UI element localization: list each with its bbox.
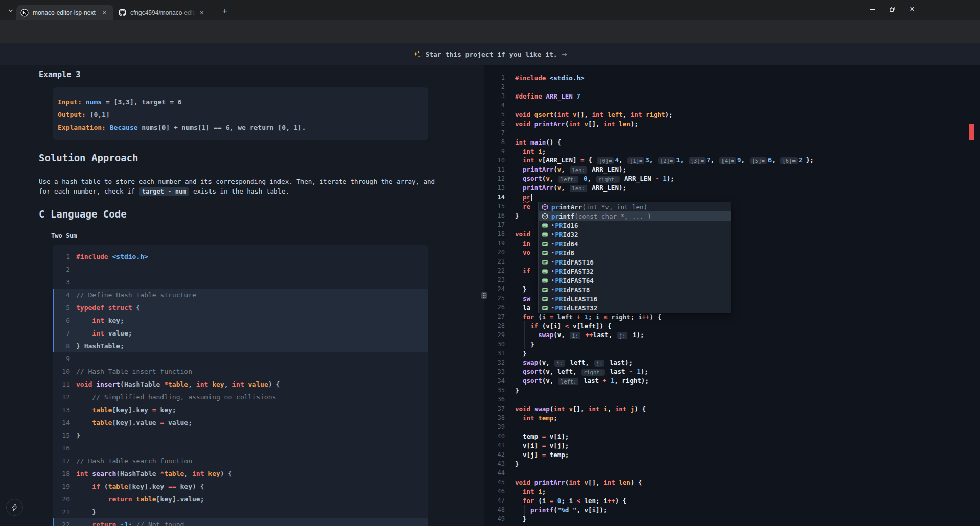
editor-line[interactable]: 40 temp = v[i]; xyxy=(484,432,980,441)
line-number: 36 xyxy=(484,396,505,403)
editor-line[interactable]: 45void printArr(int v[], int len) { xyxy=(484,477,980,487)
suggestion-item[interactable]: •PRIdLEAST32 xyxy=(539,303,731,313)
suggestion-item[interactable]: •PRIdFAST32 xyxy=(539,267,731,276)
editor-line[interactable]: 42 v[j] = temp; xyxy=(484,450,980,459)
code-line: 7 int value; xyxy=(53,327,428,340)
code-line: 8} HashTable; xyxy=(53,340,428,352)
editor-line[interactable]: 4 xyxy=(484,101,980,110)
quick-actions-button[interactable] xyxy=(6,499,23,516)
window-maximize-button[interactable] xyxy=(882,0,902,18)
tab-close-icon[interactable]: × xyxy=(100,9,108,17)
line-number: 39 xyxy=(484,423,505,431)
code-line: 10// Hash Table insert function xyxy=(53,365,428,378)
example-line: Output: [0,1] xyxy=(58,108,428,121)
problem-description-panel[interactable]: Example 3 Input: nums = [3,3], target = … xyxy=(0,65,484,526)
editor-line[interactable]: 30 } xyxy=(484,340,980,349)
line-number: 22 xyxy=(53,518,70,526)
editor-line[interactable]: 1#include <stdio.h> xyxy=(484,73,980,82)
editor-line[interactable]: 37void swap(int v[], int i, int j) { xyxy=(484,404,980,413)
editor-line[interactable]: 12 qsort(v, left: 0, right: ARR_LEN - 1)… xyxy=(484,174,980,183)
editor-line[interactable]: 48 printf("%d ", v[i]); xyxy=(484,505,980,514)
suggestion-item[interactable]: •PRIdLEAST16 xyxy=(539,294,731,303)
editor-line[interactable]: 3#define ARR_LEN 7 xyxy=(484,91,980,101)
line-number: 12 xyxy=(484,175,505,182)
suggestion-item[interactable]: •PRIdFAST64 xyxy=(539,276,731,285)
tab-github-repo[interactable]: cfngc4594/monaco-editor-ls × xyxy=(114,5,212,20)
field-green-icon xyxy=(541,240,549,248)
editor-line[interactable]: 36 xyxy=(484,395,980,404)
editor-line[interactable]: 38 int temp; xyxy=(484,413,980,422)
editor-line[interactable]: 31 } xyxy=(484,349,980,358)
editor-line[interactable]: 11 printArr(v, len: ARR_LEN); xyxy=(484,165,980,174)
editor-line[interactable]: 2 xyxy=(484,82,980,91)
tab-close-icon[interactable]: × xyxy=(198,9,206,17)
editor-line[interactable]: 10 int v[ARR_LEN] = { [0]=4, [1]=3, [2]=… xyxy=(484,156,980,165)
suggestion-item[interactable]: printArr(int *v, int len) xyxy=(539,202,731,211)
line-number: 12 xyxy=(53,391,70,403)
code-line: 5typedef struct { xyxy=(53,301,428,314)
editor-line[interactable]: 8int main() { xyxy=(484,137,980,147)
suggestion-item[interactable]: •PRId16 xyxy=(539,221,731,230)
editor-line[interactable]: 32 swap(v, i: left, j: last); xyxy=(484,358,980,367)
window-close-button[interactable]: × xyxy=(902,0,922,18)
bullet-icon: • xyxy=(551,269,554,274)
editor-line[interactable]: 34 qsort(v, left: last + 1, right); xyxy=(484,376,980,386)
suggestion-item[interactable]: •PRId8 xyxy=(539,248,731,257)
banner-arrow-icon[interactable]: → xyxy=(562,51,567,58)
editor-line[interactable]: 33 qsort(v, left, right: last - 1); xyxy=(484,367,980,376)
line-number: 33 xyxy=(484,368,505,375)
line-number: 43 xyxy=(484,460,505,467)
code-line: 13 table[key].key = key; xyxy=(53,403,428,416)
panel-resize-handle[interactable] xyxy=(481,292,487,299)
editor-line[interactable]: 6void printArr(int v[], int len); xyxy=(484,119,980,128)
line-number: 6 xyxy=(53,314,70,327)
editor-line[interactable]: 49 } xyxy=(484,514,980,523)
window-minimize-button[interactable] xyxy=(862,0,882,18)
editor-line[interactable]: 7 xyxy=(484,128,980,137)
editor-line[interactable]: 41 v[i] = v[j]; xyxy=(484,441,980,450)
line-number: 5 xyxy=(53,301,70,314)
line-number: 19 xyxy=(53,480,70,493)
line-number: 7 xyxy=(53,327,70,340)
suggestion-item[interactable]: •PRId32 xyxy=(539,230,731,239)
monaco-editor[interactable]: 1#include <stdio.h>23#define ARR_LEN 745… xyxy=(484,65,980,526)
editor-line[interactable]: 5void qsort(int v[], int left, int right… xyxy=(484,110,980,119)
line-number: 4 xyxy=(484,102,505,109)
code-line: 14 table[key].value = value; xyxy=(53,416,428,429)
editor-line[interactable]: 29 swap(v, i: ++last, j: i); xyxy=(484,330,980,340)
line-number: 15 xyxy=(484,203,505,210)
suggestion-item[interactable]: •PRIdFAST8 xyxy=(539,285,731,294)
suggestion-item[interactable]: printf(const char *, ... ) xyxy=(539,211,731,221)
editor-line[interactable]: 39 xyxy=(484,422,980,432)
editor-line[interactable]: 13 printArr(v, len: ARR_LEN); xyxy=(484,183,980,193)
editor-line[interactable]: 35} xyxy=(484,386,980,395)
tab-search-button[interactable] xyxy=(4,5,17,16)
line-number: 15 xyxy=(53,429,70,442)
code-line: 22 return -1; // Not found xyxy=(53,518,428,526)
line-number: 35 xyxy=(484,387,505,394)
line-number: 38 xyxy=(484,414,505,421)
tab-monaco-editor[interactable]: monaco-editor-lsp-next × xyxy=(16,5,113,20)
code-line: 19 if (table[key].key == key) { xyxy=(53,480,428,493)
editor-line[interactable]: 27 for (i = left + 1; i ≤ right; i++) { xyxy=(484,312,980,321)
line-number: 26 xyxy=(484,304,505,311)
line-number: 3 xyxy=(53,276,70,289)
line-number: 8 xyxy=(53,340,70,352)
line-number: 16 xyxy=(53,442,70,455)
editor-line[interactable]: 43} xyxy=(484,459,980,468)
editor-line[interactable]: 47 for (i = 0; i < len; i++) { xyxy=(484,496,980,505)
editor-line[interactable]: 28 if (v[i] < v[left]) { xyxy=(484,321,980,330)
suggestion-item[interactable]: •PRIdFAST16 xyxy=(539,257,731,267)
line-number: 22 xyxy=(484,267,505,274)
editor-line[interactable]: 9 int i; xyxy=(484,147,980,156)
line-number: 9 xyxy=(484,148,505,155)
new-tab-button[interactable]: + xyxy=(219,5,231,17)
code-line: 12 // Simplified handling, assuming no c… xyxy=(53,391,428,403)
tab-separator xyxy=(214,8,214,16)
editor-line[interactable]: 44 xyxy=(484,468,980,477)
line-number: 1 xyxy=(484,74,505,81)
editor-line[interactable]: 14 pr xyxy=(484,193,980,202)
editor-line[interactable]: 46 int i; xyxy=(484,487,980,496)
line-number: 3 xyxy=(484,92,505,100)
suggestion-item[interactable]: •PRId64 xyxy=(539,239,731,248)
